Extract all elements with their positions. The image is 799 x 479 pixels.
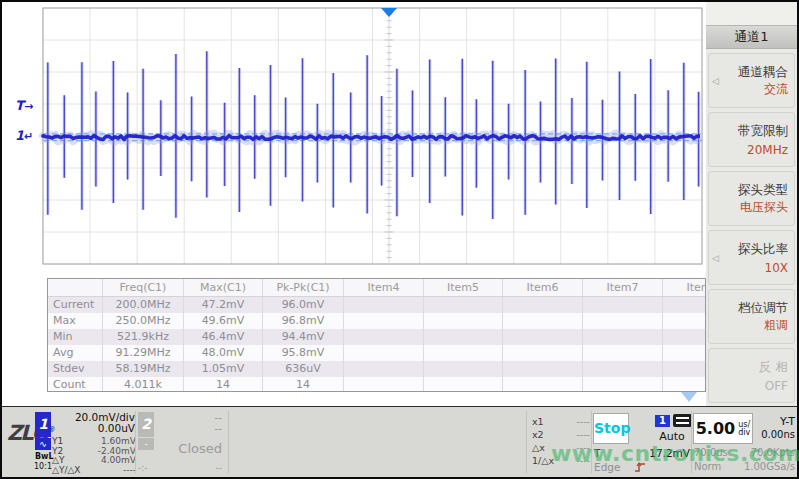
table-cell: 46.4mV [184, 329, 263, 345]
table-cell [663, 313, 706, 329]
ch1-cursor-readouts: Y11.60mVY2-2.40mV△Y4.00mV△Y/△X---- [52, 437, 136, 475]
table-cell [663, 361, 706, 377]
acquisition-state[interactable]: Stop [593, 413, 629, 444]
sidebar-title: 通道1 [706, 25, 797, 49]
sidebar-menu-item[interactable]: ◁通道耦合交流 [708, 53, 795, 108]
table-cell: 58.19MHz [103, 361, 184, 377]
table-cell: 48.0mV [184, 345, 263, 361]
expand-left-icon: ◁ [712, 76, 719, 86]
table-cell [503, 297, 583, 313]
trigger-level-marker[interactable]: T→ [15, 99, 33, 113]
sidebar-menu-item[interactable]: ◁探头比率10X [708, 230, 795, 285]
table-cell [503, 329, 583, 345]
table-cell [663, 345, 706, 361]
table-cell [663, 297, 706, 313]
table-cell [663, 377, 706, 392]
table-row: Stdev58.19MHz1.05mV636uV [48, 361, 706, 377]
ch1-probe-ratio: 10:1 [34, 462, 52, 471]
table-row: Max250.0MHz49.6mV96.8mV [48, 313, 706, 329]
menu-item-value: 20MHz [747, 143, 788, 157]
table-cell [424, 297, 503, 313]
table-header-cell: Item6 [503, 279, 583, 296]
table-row: Min521.9kHz46.4mV94.4mV [48, 329, 706, 345]
trigger-source-badge: 1 [655, 415, 670, 427]
table-cell: 4.011k [103, 377, 184, 392]
table-cell [583, 297, 663, 313]
table-header-cell: Item8 [663, 279, 706, 296]
ch1-offset: 0.00uV [53, 423, 135, 434]
table-cell [583, 313, 663, 329]
menu-item-value: 粗调 [764, 317, 788, 334]
table-cell: 200.0MHz [103, 297, 184, 313]
measurement-table: Freq(C1)Max(C1)Pk-Pk(C1)Item4Item5Item6I… [47, 278, 706, 392]
ch1-coupling-icon: ∿ [35, 438, 51, 450]
table-cell: 91.29MHz [103, 345, 184, 361]
table-cell [583, 377, 663, 392]
channel1-ground-marker[interactable]: 1↵ [15, 129, 33, 143]
trigger-position-icon[interactable] [381, 8, 397, 17]
channel-menu-panel: 通道1 ◁通道耦合交流带宽限制20MHz探头类型电压探头◁探头比率10X档位调节… [706, 2, 797, 406]
divider [228, 411, 229, 473]
table-cell [344, 377, 424, 392]
right-arrow-icon: → [24, 100, 33, 113]
hook-arrow-icon: ↵ [24, 130, 33, 143]
ch1-bwl-flag: BwL [35, 452, 54, 461]
divider [135, 411, 136, 473]
menu-item-label: 档位调节 [738, 300, 788, 317]
table-cell: 96.8mV [263, 313, 344, 329]
table-cell: 95.8mV [263, 345, 344, 361]
table-cell [583, 361, 663, 377]
table-cell [344, 313, 424, 329]
menu-item-label: 反 相 [759, 359, 788, 376]
sidebar-menu-item[interactable]: 带宽限制20MHz [708, 112, 795, 167]
timebase-box[interactable]: 5.00 us/div [693, 413, 753, 444]
oscilloscope-screen: T→ 1↵ Freq(C1)Max(C1)Pk-Pk(C1)Item4Item5… [0, 0, 799, 479]
menu-item-value: 电压探头 [740, 199, 788, 216]
table-cell: 521.9kHz [103, 329, 184, 345]
scroll-down-icon[interactable] [681, 392, 697, 402]
x-cursor-label: x2 [532, 428, 544, 441]
table-cell: 14 [263, 377, 344, 392]
table-cell [503, 345, 583, 361]
row-label-cell: Count [48, 377, 103, 392]
table-cell [424, 377, 503, 392]
y-cursor: △Y/△X---- [52, 466, 136, 476]
x-cursor-label: x1 [532, 415, 544, 428]
sidebar-top-spacer [706, 2, 797, 25]
table-header-cell: Item5 [424, 279, 503, 296]
x-cursor-value: ---- [576, 428, 590, 441]
ch2-badge[interactable]: 2 [138, 412, 154, 437]
display-mode: Y-T [750, 415, 795, 428]
table-cell [344, 361, 424, 377]
table-cell [424, 313, 503, 329]
y-cursor-label: △Y/△X [52, 466, 81, 476]
ch2-coupling-icon: - [138, 438, 154, 450]
row-label-cell: Min [48, 329, 103, 345]
sidebar-menu-item[interactable]: 探头类型电压探头 [708, 171, 795, 226]
trigger-delay: 0.00ns [750, 429, 795, 440]
timebase-value: 5.00 [696, 419, 735, 438]
watermark: www.cntronics.com [551, 441, 799, 466]
table-header-cell: Max(C1) [184, 279, 263, 296]
row-label-cell: Current [48, 297, 103, 313]
menu-item-value: OFF [765, 379, 788, 393]
table-row: Avg91.29MHz48.0mV95.8mV [48, 345, 706, 361]
table-cell [583, 329, 663, 345]
table-cell [424, 329, 503, 345]
table-cell: 94.4mV [263, 329, 344, 345]
x-cursor-label: △x [532, 441, 545, 454]
table-cell [424, 345, 503, 361]
table-cell [344, 345, 424, 361]
ch2-state: Closed [156, 441, 222, 456]
x-cursor: x2---- [532, 428, 590, 441]
menu-item-label: 通道耦合 [738, 64, 788, 81]
sidebar-menu-item[interactable]: 反 相OFF [708, 348, 795, 403]
ch1-badge[interactable]: 1 [35, 412, 51, 437]
table-cell: 49.6mV [184, 313, 263, 329]
menu-item-value: 交流 [764, 81, 788, 98]
table-cell: 250.0MHz [103, 313, 184, 329]
expand-left-icon: ◁ [712, 253, 719, 263]
table-header-cell: Item4 [344, 279, 424, 296]
sidebar-menu-item[interactable]: 档位调节粗调 [708, 289, 795, 344]
ch2-offset: -- [156, 423, 222, 434]
